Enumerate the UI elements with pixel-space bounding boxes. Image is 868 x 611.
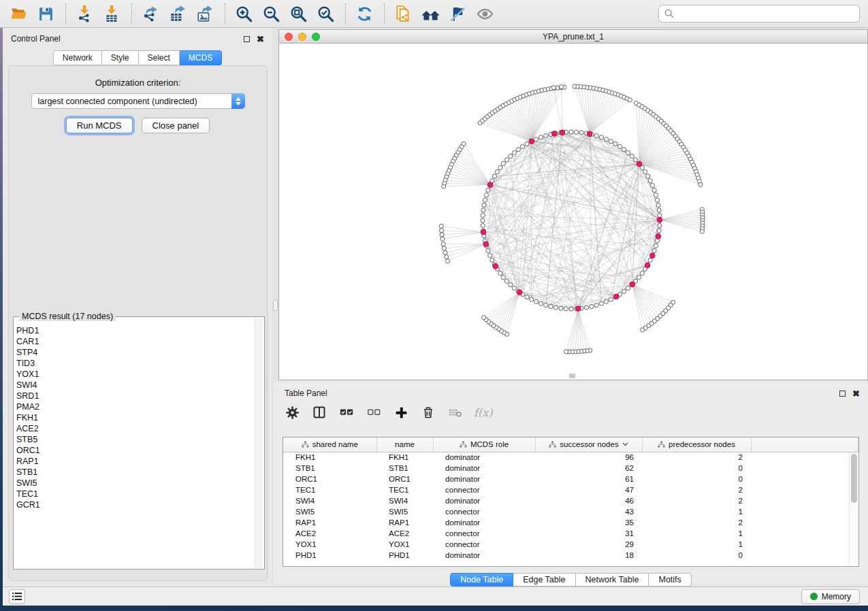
graph-node[interactable]	[640, 271, 644, 276]
graph-node[interactable]	[564, 307, 568, 311]
mcds-hub-node[interactable]	[529, 139, 534, 144]
mcds-node-item[interactable]: STB1	[16, 467, 253, 478]
table-row[interactable]: SWI5SWI5connector431	[283, 506, 858, 517]
table-cell[interactable]: PHD1	[376, 550, 433, 561]
graph-node[interactable]	[654, 244, 658, 248]
mcds-hub-node[interactable]	[656, 233, 661, 239]
mcds-node-item[interactable]: SWI5	[16, 478, 253, 489]
mcds-node-item[interactable]: PHD1	[16, 325, 253, 336]
table-cell[interactable]: ORC1	[283, 474, 376, 484]
close-table-panel-icon[interactable]: ✖	[852, 391, 860, 397]
graph-leaf-node[interactable]	[443, 250, 447, 254]
graph-node[interactable]	[512, 286, 516, 290]
graph-node[interactable]	[645, 174, 649, 178]
graph-node[interactable]	[650, 183, 654, 187]
graph-node[interactable]	[584, 306, 588, 310]
graph-node[interactable]	[656, 203, 660, 207]
graph-node[interactable]	[482, 203, 486, 207]
mcds-hub-node[interactable]	[587, 131, 592, 137]
mcds-node-item[interactable]: GCR1	[16, 499, 253, 510]
graph-leaf-node[interactable]	[445, 259, 449, 263]
network-window-titlebar[interactable]: YPA_prune.txt_1	[279, 30, 867, 44]
table-cell[interactable]: SWI4	[376, 495, 433, 506]
table-cell[interactable]: connector	[433, 484, 535, 495]
table-cell[interactable]: RAP1	[376, 517, 433, 528]
graph-leaf-node[interactable]	[440, 233, 444, 237]
table-cell[interactable]	[751, 463, 858, 474]
graph-node[interactable]	[488, 253, 492, 257]
graph-node[interactable]	[534, 137, 538, 142]
table-cell[interactable]: 46	[535, 495, 642, 506]
table-cell[interactable]	[751, 550, 858, 561]
graph-node[interactable]	[655, 239, 659, 243]
graph-node[interactable]	[599, 301, 603, 306]
graph-node[interactable]	[630, 154, 634, 158]
table-row[interactable]: STB1STB1dominator620	[283, 463, 858, 474]
table-cell[interactable]	[751, 452, 858, 463]
open-session-icon[interactable]	[7, 3, 30, 24]
show-columns-icon[interactable]	[310, 403, 328, 421]
graph-node[interactable]	[609, 139, 613, 144]
graph-node[interactable]	[617, 144, 622, 148]
graph-node[interactable]	[648, 258, 652, 262]
mcds-hub-node[interactable]	[483, 242, 489, 247]
table-cell[interactable]: SWI5	[376, 506, 433, 517]
float-table-panel-icon[interactable]	[839, 391, 846, 397]
graph-node[interactable]	[490, 258, 494, 262]
graph-node[interactable]	[504, 158, 509, 162]
graph-leaf-node[interactable]	[439, 224, 443, 228]
table-options-gear-icon[interactable]	[283, 403, 301, 421]
search-input[interactable]	[658, 5, 860, 22]
mcds-node-item[interactable]: TEC1	[16, 489, 253, 499]
table-cell[interactable]: 0	[642, 474, 751, 484]
table-cell[interactable]: FKH1	[283, 452, 376, 463]
table-cell[interactable]: 47	[535, 484, 642, 495]
export-image-icon[interactable]	[193, 3, 216, 24]
table-row[interactable]: TEC1TEC1connector472	[283, 484, 858, 495]
table-cell[interactable]: 96	[535, 452, 642, 463]
mcds-node-item[interactable]: ORC1	[16, 445, 253, 456]
table-cell[interactable]: SWI4	[283, 495, 376, 506]
table-cell[interactable]: dominator	[433, 495, 535, 506]
export-table-icon[interactable]	[166, 3, 189, 24]
graph-node[interactable]	[553, 306, 558, 310]
graph-node[interactable]	[481, 223, 485, 227]
table-row[interactable]: SWI4SWI4dominator462	[283, 495, 858, 506]
table-cell[interactable]: dominator	[433, 517, 535, 528]
graph-node[interactable]	[594, 303, 598, 307]
refresh-view-icon[interactable]	[353, 3, 376, 24]
table-cell[interactable]: 35	[535, 517, 642, 528]
graph-node[interactable]	[633, 158, 637, 162]
graph-node[interactable]	[534, 299, 538, 303]
graph-node[interactable]	[481, 208, 485, 212]
zoom-out-icon[interactable]	[259, 3, 283, 24]
graph-node[interactable]	[525, 295, 529, 299]
table-cell[interactable]: 29	[535, 539, 642, 550]
table-row[interactable]: YOX1YOX1connector291	[283, 539, 858, 550]
optimization-criterion-select[interactable]: largest connected component (undirected)	[31, 93, 245, 109]
mcds-node-item[interactable]: CAR1	[16, 336, 253, 347]
save-session-icon[interactable]	[34, 3, 57, 24]
graph-node[interactable]	[539, 135, 543, 139]
graph-node[interactable]	[637, 275, 641, 279]
table-cell[interactable]: 0	[642, 550, 751, 561]
graph-leaf-node[interactable]	[441, 242, 445, 246]
mcds-hub-node[interactable]	[645, 263, 650, 268]
mcds-hub-node[interactable]	[630, 282, 635, 287]
table-cell[interactable]: TEC1	[283, 484, 376, 495]
table-cell[interactable]: 1	[642, 539, 751, 550]
graph-node[interactable]	[579, 131, 583, 135]
graph-leaf-node[interactable]	[559, 84, 563, 88]
splitter-grip[interactable]	[273, 300, 278, 311]
graph-node[interactable]	[512, 150, 516, 154]
graph-node[interactable]	[609, 297, 613, 301]
table-cell[interactable]: dominator	[433, 474, 535, 484]
export-network-to-cloud-icon[interactable]	[391, 3, 415, 24]
zoom-in-icon[interactable]	[232, 3, 255, 24]
table-row[interactable]: PHD1PHD1dominator180	[283, 550, 858, 561]
mcds-hub-node[interactable]	[657, 217, 662, 222]
table-cell[interactable]: 2	[642, 484, 751, 495]
table-cell[interactable]: 61	[535, 474, 642, 484]
network-graph[interactable]	[279, 44, 867, 380]
tab-style[interactable]: Style	[102, 50, 139, 65]
